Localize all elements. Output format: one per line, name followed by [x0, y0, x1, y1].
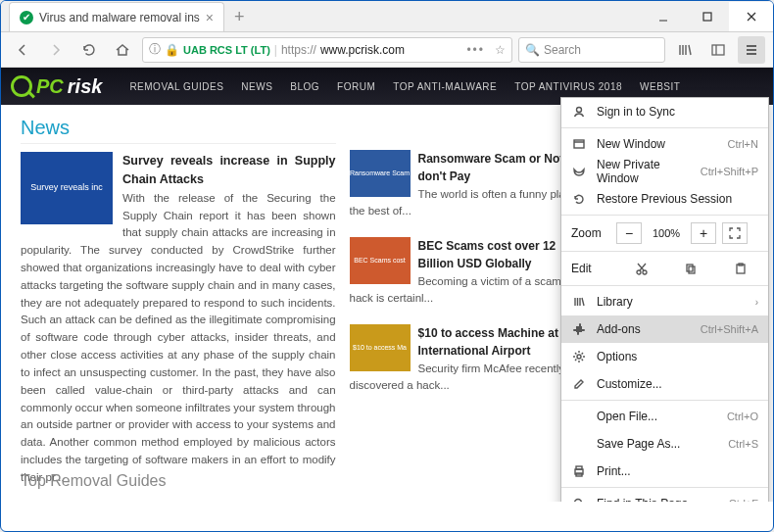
svg-rect-20: [576, 466, 582, 469]
puzzle-icon: [571, 321, 587, 337]
user-icon: [571, 104, 587, 120]
menu-new-private-window[interactable]: New Private Window Ctrl+Shift+P: [561, 158, 768, 185]
secondary-articles: Ransomware ScamRansomware Scam or Not, d…: [350, 150, 593, 490]
zoom-out-button[interactable]: −: [616, 222, 642, 244]
menu-save-page[interactable]: Save Page As... Ctrl+S: [561, 430, 768, 458]
search-icon: 🔍: [525, 43, 540, 57]
paste-button[interactable]: [723, 258, 758, 279]
browser-tab[interactable]: ✔ Virus and malware removal ins ×: [9, 2, 224, 31]
copy-button[interactable]: [673, 258, 708, 279]
svg-rect-15: [689, 266, 695, 273]
nav-link[interactable]: FORUM: [337, 81, 375, 92]
cut-button[interactable]: [624, 258, 659, 279]
browser-window: ✔ Virus and malware removal ins × + ⓘ 🔒 …: [0, 0, 774, 532]
magnifier-icon: [11, 75, 32, 97]
back-button[interactable]: [9, 36, 36, 64]
tab-close-icon[interactable]: ×: [206, 10, 214, 25]
svg-rect-4: [712, 45, 724, 55]
article-body: With the release of the Securing the Sup…: [21, 192, 336, 483]
menu-options[interactable]: Options: [561, 343, 768, 370]
nav-link[interactable]: TOP ANTIVIRUS 2018: [514, 81, 622, 92]
svg-rect-14: [687, 265, 693, 271]
gear-icon: [571, 349, 587, 364]
restore-icon: [571, 191, 587, 207]
library-button[interactable]: [671, 36, 699, 64]
svg-point-12: [637, 270, 641, 274]
site-logo[interactable]: PCrisk: [11, 75, 102, 98]
article-title[interactable]: $10 to access Machine at an Internationa…: [418, 326, 576, 358]
top-removal-heading: Top Removal Guides: [1, 466, 186, 496]
svg-point-9: [577, 108, 582, 113]
app-menu: Sign in to Sync New Window Ctrl+N New Pr…: [560, 97, 769, 502]
menu-sign-in[interactable]: Sign in to Sync: [561, 98, 768, 125]
menu-find[interactable]: Find in This Page... Ctrl+F: [561, 490, 768, 502]
zoom-in-button[interactable]: +: [691, 222, 716, 244]
window-controls: [641, 2, 773, 31]
logo-pc: PC: [36, 75, 64, 98]
list-item: Ransomware ScamRansomware Scam or Not, d…: [350, 150, 593, 219]
reload-button[interactable]: [75, 36, 103, 64]
news-heading: News: [21, 117, 336, 144]
svg-point-18: [577, 355, 581, 359]
bookmark-star-icon[interactable]: ☆: [495, 43, 506, 57]
svg-point-13: [643, 270, 647, 274]
article-thumb[interactable]: Survey reveals inc: [21, 152, 113, 224]
menu-print[interactable]: Print...: [561, 458, 768, 485]
menu-library[interactable]: Library ›: [561, 288, 768, 315]
minimize-button[interactable]: [641, 2, 685, 31]
url-bar[interactable]: ⓘ 🔒 UAB RCS LT (LT) | https://www.pcrisk…: [142, 37, 512, 63]
article-thumb[interactable]: $10 to access Ma: [350, 324, 411, 371]
ev-cert-label: UAB RCS LT (LT): [183, 44, 270, 56]
mask-icon: [571, 164, 587, 179]
article-thumb[interactable]: Ransomware Scam: [350, 150, 411, 197]
close-button[interactable]: [729, 2, 773, 31]
tab-title: Virus and malware removal ins: [39, 11, 200, 24]
nav-link[interactable]: TOP ANTI-MALWARE: [393, 81, 497, 92]
menu-zoom-row: Zoom − 100% +: [561, 218, 768, 249]
list-item: BEC Scams costBEC Scams cost over 12 Bil…: [350, 237, 593, 307]
sidebar-button[interactable]: [704, 36, 732, 64]
forward-button[interactable]: [42, 36, 70, 64]
menu-new-window[interactable]: New Window Ctrl+N: [561, 130, 768, 158]
fullscreen-button[interactable]: [722, 222, 748, 244]
zoom-label: Zoom: [571, 226, 610, 240]
tab-favicon: ✔: [20, 11, 33, 24]
article-thumb[interactable]: BEC Scams cost: [350, 237, 411, 284]
search-placeholder: Search: [544, 43, 581, 57]
nav-link[interactable]: REMOVAL GUIDES: [129, 81, 223, 92]
app-menu-button[interactable]: [738, 36, 765, 64]
svg-point-22: [575, 500, 582, 503]
print-icon: [571, 463, 587, 479]
menu-addons[interactable]: Add-ons Ctrl+Shift+A: [561, 315, 768, 343]
tab-strip: ✔ Virus and malware removal ins × +: [1, 1, 773, 32]
library-icon: [571, 294, 587, 310]
maximize-button[interactable]: [685, 2, 729, 31]
paint-icon: [571, 376, 587, 392]
page-content: PCrisk REMOVAL GUIDESNEWSBLOGFORUMTOP AN…: [1, 68, 773, 502]
article-title[interactable]: Ransomware Scam or Not, don't Pay: [418, 152, 567, 183]
site-nav: REMOVAL GUIDESNEWSBLOGFORUMTOP ANTI-MALW…: [129, 81, 680, 92]
news-column: News Survey reveals inc Survey reveals i…: [21, 117, 336, 490]
menu-edit-row: Edit: [561, 254, 768, 283]
article-title[interactable]: Survey reveals increase in Supply Chain …: [122, 154, 336, 186]
new-tab-button[interactable]: +: [224, 2, 255, 31]
featured-article: Survey reveals inc Survey reveals increa…: [21, 152, 336, 487]
logo-risk: risk: [68, 75, 103, 98]
info-icon[interactable]: ⓘ: [149, 41, 161, 58]
menu-restore-session[interactable]: Restore Previous Session: [561, 185, 768, 213]
page-actions-icon[interactable]: •••: [466, 43, 485, 57]
chevron-right-icon: ›: [755, 297, 758, 308]
menu-open-file[interactable]: Open File... Ctrl+O: [561, 403, 768, 430]
search-bar[interactable]: 🔍 Search: [518, 37, 665, 63]
edit-label: Edit: [571, 262, 610, 275]
nav-link[interactable]: BLOG: [290, 81, 319, 92]
nav-link[interactable]: NEWS: [241, 81, 272, 92]
url-scheme: https://: [281, 43, 316, 57]
search-icon: [571, 496, 587, 502]
home-button[interactable]: [109, 36, 136, 64]
url-host: www.pcrisk.com: [320, 43, 405, 57]
nav-link[interactable]: WEBSIT: [640, 81, 680, 92]
lock-icon: 🔒: [165, 43, 179, 57]
article-title[interactable]: BEC Scams cost over 12 Billion USD Globa…: [418, 239, 556, 270]
menu-customize[interactable]: Customize...: [561, 370, 768, 398]
